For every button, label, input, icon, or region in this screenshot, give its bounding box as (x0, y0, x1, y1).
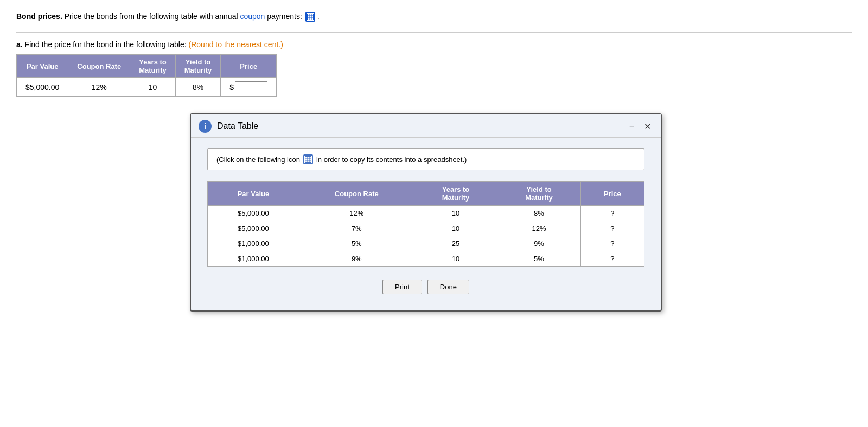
dialog-controls: − ✕ (627, 121, 653, 132)
dlg-cell-coupon_rate-3: 9% (299, 251, 414, 267)
col-header-years-maturity: Years toMaturity (130, 55, 176, 78)
cell-yield-maturity: 8% (175, 78, 221, 97)
copy-icon[interactable] (303, 154, 313, 164)
dialog-close-button[interactable]: ✕ (642, 121, 653, 132)
hint-text-after: in order to copy its contents into a spr… (316, 156, 467, 164)
dlg-cell-price-3: ? (580, 251, 644, 267)
dlg-cell-coupon_rate-0: 12% (299, 206, 414, 221)
dlg-cell-yield_maturity-2: 9% (497, 236, 580, 251)
print-button[interactable]: Print (382, 280, 422, 294)
dlg-col-par-value: Par Value (208, 182, 299, 206)
cell-par-value: $5,000.00 (17, 78, 68, 97)
dlg-col-yield-maturity: Yield toMaturity (497, 182, 580, 206)
cell-years-maturity: 10 (130, 78, 176, 97)
dialog-title-text: Data Table (217, 121, 258, 131)
col-header-par-value: Par Value (17, 55, 68, 78)
dlg-cell-par_value-1: $5,000.00 (208, 221, 299, 236)
dialog-data-table: Par Value Coupon Rate Years toMaturity Y… (207, 181, 644, 267)
dlg-cell-price-0: ? (580, 206, 644, 221)
dlg-cell-coupon_rate-2: 5% (299, 236, 414, 251)
section-a-label: a. Find the price for the bond in the fo… (16, 40, 852, 49)
dialog-overlay: i Data Table − ✕ (Click on the following… (190, 113, 852, 312)
cell-coupon-rate: 12% (68, 78, 130, 97)
col-header-yield-maturity: Yield toMaturity (175, 55, 221, 78)
svg-rect-5 (305, 157, 311, 163)
col-header-price: Price (221, 55, 277, 78)
dlg-cell-coupon_rate-1: 7% (299, 221, 414, 236)
hint-text-before: (Click on the following icon (216, 156, 300, 164)
intro-main-text: Price the bonds from the following table… (62, 12, 240, 21)
dialog-table-row: $5,000.0012%108%? (208, 206, 644, 221)
dialog-table-row: $1,000.009%105%? (208, 251, 644, 267)
dialog-minimize-button[interactable]: − (627, 121, 636, 131)
dialog-title-left: i Data Table (199, 120, 258, 133)
dlg-cell-years_maturity-0: 10 (414, 206, 497, 221)
dlg-cell-par_value-2: $1,000.00 (208, 236, 299, 251)
price-dollar-sign: $ (229, 83, 234, 92)
dialog-hint: (Click on the following icon in order to… (207, 148, 644, 170)
intro-after-link: payments: (265, 12, 302, 21)
section-divider (16, 32, 852, 33)
done-button[interactable]: Done (427, 280, 469, 294)
info-icon: i (199, 120, 212, 133)
dlg-cell-yield_maturity-3: 5% (497, 251, 580, 267)
dialog-table-row: $1,000.005%259%? (208, 236, 644, 251)
main-table-row: $5,000.00 12% 10 8% $ (17, 78, 277, 97)
price-input[interactable] (235, 81, 267, 93)
col-header-coupon-rate: Coupon Rate (68, 55, 130, 78)
data-table-dialog: i Data Table − ✕ (Click on the following… (190, 113, 662, 312)
section-a-text: Find the price for the bond in the follo… (23, 40, 187, 49)
spreadsheet-icon-intro[interactable] (305, 12, 315, 22)
dlg-col-years-maturity: Years toMaturity (414, 182, 497, 206)
dialog-table-row: $5,000.007%1012%? (208, 221, 644, 236)
dlg-cell-years_maturity-2: 25 (414, 236, 497, 251)
dlg-cell-price-1: ? (580, 221, 644, 236)
dlg-cell-years_maturity-3: 10 (414, 251, 497, 267)
dlg-cell-yield_maturity-1: 12% (497, 221, 580, 236)
coupon-link[interactable]: coupon (240, 12, 265, 21)
dlg-col-price: Price (580, 182, 644, 206)
dialog-footer: Print Done (207, 280, 644, 300)
main-bond-table: Par Value Coupon Rate Years toMaturity Y… (16, 54, 277, 97)
cell-price: $ (221, 78, 277, 97)
bold-intro: Bond prices. (16, 12, 62, 21)
section-a-bold: a. (16, 40, 23, 49)
dlg-cell-par_value-0: $5,000.00 (208, 206, 299, 221)
dlg-col-coupon-rate: Coupon Rate (299, 182, 414, 206)
dlg-cell-years_maturity-1: 10 (414, 221, 497, 236)
svg-rect-0 (307, 14, 313, 20)
dlg-cell-par_value-3: $1,000.00 (208, 251, 299, 267)
dlg-cell-price-2: ? (580, 236, 644, 251)
dialog-titlebar: i Data Table − ✕ (191, 114, 661, 138)
dialog-body: (Click on the following icon in order to… (191, 138, 661, 310)
intro-paragraph: Bond prices. Price the bonds from the fo… (16, 11, 852, 22)
intro-dot: . (317, 12, 320, 21)
dlg-cell-yield_maturity-0: 8% (497, 206, 580, 221)
round-note: (Round to the nearest cent.) (187, 40, 283, 49)
